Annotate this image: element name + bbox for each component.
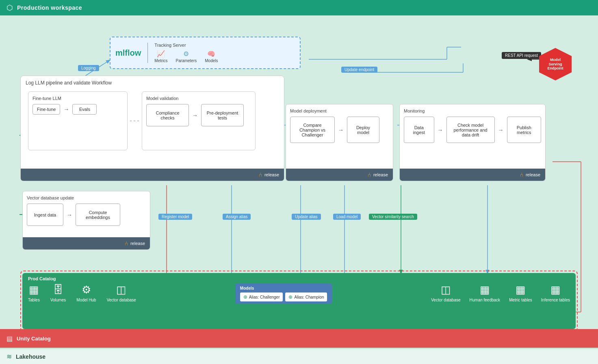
human-feedback-icon: ▦ [480, 284, 490, 296]
deploy-model-box: Deploy model [347, 117, 379, 143]
vector-similarity-badge: Vector similarity search [369, 214, 417, 220]
ingest-data-box: Ingest data [27, 204, 63, 226]
data-ingest-box: Data ingest [404, 117, 434, 143]
models-catalog-box: Models ⊕ Alias: Challenger ⊕ Alias: Cham… [235, 284, 332, 304]
workspace-title: Production workspace [17, 4, 82, 11]
check-model-box: Check model performance and data drift [446, 117, 495, 143]
alias-champion: ⊕ Alias: Champion [285, 292, 327, 301]
metrics-label: Metrics [154, 58, 167, 63]
ingest-data-arrow: → [67, 212, 72, 218]
prod-catalog-content: ▦ Tables 🗄 Volumes ⚙ Model Hub ◫ Vector … [28, 284, 570, 304]
tracking-server-section: Tracking Server 📈 Metrics ⚙ Parameters 🧠… [154, 43, 218, 63]
monitoring-title: Monitoring [404, 108, 541, 113]
tracking-parameters: ⚙ Parameters [176, 50, 197, 63]
compare-champion-box: Compare Champion vs Challenger [290, 117, 335, 143]
fine-tune-title: Fine-tune LLM [32, 96, 123, 101]
prod-catalog-title: Prod Catalog [28, 276, 570, 281]
vector-db-right-label: Vector database [431, 298, 460, 302]
hexagon-text: ModelServingEndpoint [546, 56, 565, 72]
update-alias-badge: Update alias [292, 214, 321, 220]
ingest-arrow: → [438, 127, 443, 133]
vector-db-row: Ingest data → Compute embeddings [27, 204, 146, 226]
evals-box: Evals [72, 104, 97, 115]
challenger-label: Alias: Challenger [249, 295, 280, 299]
model-hub-item: ⚙ Model Hub [76, 284, 96, 302]
model-deploy-row: Compare Champion vs Challenger → Deploy … [290, 117, 389, 143]
volumes-icon: 🗄 [53, 284, 63, 296]
alias-challenger: ⊕ Alias: Challenger [240, 292, 283, 301]
inference-tables-icon: ▦ [550, 284, 561, 296]
deploy-release-icon: ⑃ [368, 171, 371, 178]
metric-tables-icon: ▦ [516, 284, 526, 296]
unity-catalog-icon: ▤ [6, 335, 13, 342]
monitoring-row: Data ingest → Check model performance an… [404, 117, 541, 143]
top-bar: ⬡ Production workspace [0, 0, 598, 15]
model-val-title: Model validation [146, 96, 251, 101]
tracking-items: 📈 Metrics ⚙ Parameters 🧠 Models [154, 50, 218, 63]
model-hub-label: Model Hub [76, 298, 96, 302]
vector-db-release-bar: ⑃ release [23, 237, 150, 249]
models-label: Models [205, 58, 218, 63]
champion-label: Alias: Champion [294, 295, 324, 299]
hexagon-shape: ModelServingEndpoint [539, 48, 572, 80]
prod-catalog-container: Prod Catalog ▦ Tables 🗄 Volumes ⚙ Model … [22, 273, 576, 329]
volumes-item: 🗄 Volumes [50, 284, 66, 302]
tables-label: Tables [28, 298, 40, 302]
logging-badge: Logging [78, 65, 99, 71]
vector-db-title: Vector database update [27, 195, 146, 200]
champion-icon: ⊕ [288, 294, 292, 300]
update-endpoint-badge: Update endpoint [341, 67, 377, 73]
model-deployment-box: Model deployment Compare Champion vs Cha… [286, 104, 393, 181]
register-model-badge: Register model [158, 214, 192, 220]
deploy-release-label: release [373, 172, 388, 177]
deploy-arrow: → [338, 127, 344, 133]
workflow-release-label: release [264, 172, 279, 177]
workspace-icon: ⬡ [6, 3, 13, 12]
inference-tables-label: Inference tables [541, 298, 570, 302]
monitoring-box: Monitoring Data ingest → Check model per… [399, 104, 546, 181]
human-feedback-item: ▦ Human feedback [470, 284, 500, 302]
unity-catalog-title: Unity Catalog [17, 336, 51, 342]
workflow-release-icon: ⑃ [259, 171, 262, 178]
models-catalog-title: Models [240, 286, 327, 290]
vector-db-right-icon: ◫ [441, 284, 451, 296]
metric-tables-label: Metric tables [509, 298, 532, 302]
vector-db-release-label: release [130, 241, 145, 246]
rest-api-badge: REST API request [502, 52, 541, 59]
llm-workflow-title: Log LLM pipeline and validate Workflow [26, 80, 279, 86]
vector-db-right-item: ◫ Vector database [431, 284, 460, 302]
main-diagram-area: mlflow Tracking Server 📈 Metrics ⚙ Param… [0, 15, 598, 349]
mlflow-divider [147, 43, 148, 63]
metric-tables-item: ▦ Metric tables [509, 284, 532, 302]
challenger-icon: ⊕ [243, 294, 247, 300]
fine-tune-subbox: Fine-tune LLM Fine-tune → Evals [28, 91, 128, 150]
model-deploy-title: Model deployment [290, 108, 389, 113]
tracking-server-label: Tracking Server [154, 43, 218, 48]
monitoring-release-label: release [526, 172, 540, 177]
publish-metrics-box: Publish metrics [507, 117, 541, 143]
assign-alias-badge: Assign alias [223, 214, 251, 220]
model-hub-icon: ⚙ [82, 284, 91, 296]
vector-db-catalog-icon: ◫ [116, 284, 126, 296]
model-serving-endpoint: ModelServingEndpoint [537, 46, 574, 82]
prod-catalog-left-items: ▦ Tables 🗄 Volumes ⚙ Model Hub ◫ Vector … [28, 284, 136, 302]
monitoring-release-bar: ⑃ release [400, 169, 545, 181]
fine-tune-box: Fine-tune [32, 104, 60, 115]
predeployment-tests-box: Pre-deploymenttests [201, 104, 244, 126]
parameters-icon: ⚙ [183, 50, 189, 58]
metrics-icon: 📈 [157, 50, 165, 58]
workflow-release-bar: ⑃ release [21, 169, 284, 181]
vector-db-update-box: Vector database update Ingest data → Com… [22, 191, 150, 250]
fine-tune-row: Fine-tune → Evals [32, 104, 123, 115]
compute-embeddings-box: Compute embeddings [76, 204, 120, 226]
deploy-release-bar: ⑃ release [286, 169, 393, 181]
vector-db-release-icon: ⑃ [125, 240, 128, 247]
vector-db-catalog-label: Vector database [107, 298, 136, 302]
monitoring-release-icon: ⑃ [520, 171, 523, 178]
volumes-label: Volumes [50, 298, 66, 302]
alias-items: ⊕ Alias: Challenger ⊕ Alias: Champion [240, 292, 327, 301]
lakehouse-title: Lakehouse [16, 353, 46, 360]
lakehouse-icon: ≋ [6, 353, 12, 360]
tracking-models: 🧠 Models [205, 50, 218, 63]
compliance-checks-box: Compliancechecks [146, 104, 189, 126]
